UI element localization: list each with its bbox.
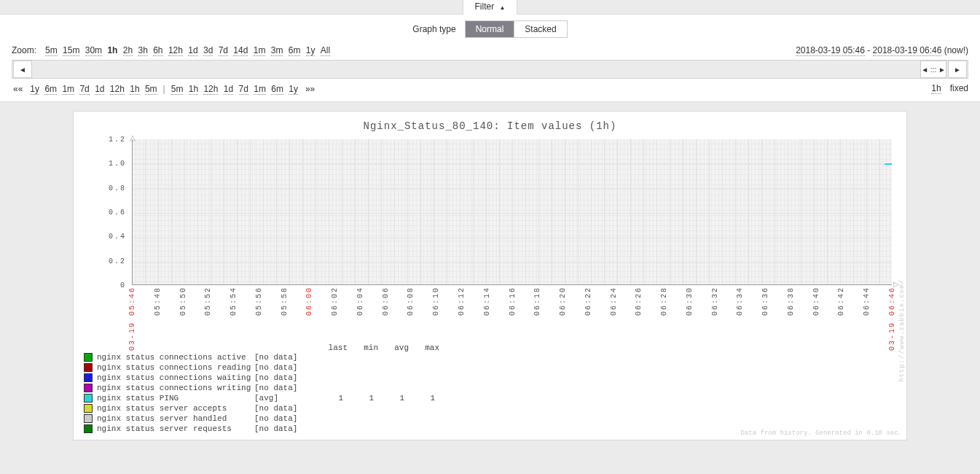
- x-tick: 06:08: [407, 287, 415, 316]
- shift-fwd-1y[interactable]: 1y: [289, 84, 298, 95]
- zoom-1d[interactable]: 1d: [188, 45, 197, 56]
- x-axis: 03-19 05:4605:4805:5005:5205:5405:5605:5…: [132, 287, 892, 330]
- legend-name: nginx status connections reading: [97, 362, 254, 373]
- time-to[interactable]: 2018-03-19 06:46: [873, 45, 942, 56]
- zoom-3d[interactable]: 3d: [203, 45, 213, 56]
- nav-next-button[interactable]: ►: [948, 61, 967, 78]
- shift-back-1d[interactable]: 1d: [95, 84, 104, 95]
- legend-name: nginx status server accepts: [97, 403, 254, 413]
- graph-type-normal[interactable]: Normal: [466, 21, 514, 37]
- zoom-3m[interactable]: 3m: [271, 45, 283, 56]
- shift-back-12h[interactable]: 12h: [110, 84, 125, 95]
- fixed-label: fixed: [950, 83, 968, 94]
- graph-type-label: Graph type: [412, 24, 455, 34]
- time-now: (now!): [944, 45, 968, 55]
- legend-row: nginx status connections writing[no data…: [84, 383, 899, 393]
- zoom-2h[interactable]: 2h: [123, 45, 133, 56]
- zoom-1y[interactable]: 1y: [306, 45, 315, 56]
- zoom-3h[interactable]: 3h: [138, 45, 147, 56]
- legend: last min avg max nginx status connection…: [84, 343, 899, 434]
- legend-swatch: [84, 384, 93, 392]
- shift-back-1m[interactable]: 1m: [62, 84, 74, 95]
- x-tick: 05:56: [254, 287, 262, 316]
- legend-row: nginx status server accepts[no data]: [84, 403, 899, 413]
- legend-swatch: [84, 363, 93, 372]
- y-tick: 0.8: [109, 184, 126, 192]
- x-tick: 03-19 06:46: [888, 287, 896, 351]
- legend-header: last min avg max: [259, 343, 899, 352]
- filter-tab[interactable]: Filter ▲: [463, 0, 518, 15]
- zoom-15m[interactable]: 15m: [63, 45, 79, 56]
- shift-last[interactable]: »»: [305, 84, 315, 94]
- zoom-30m[interactable]: 30m: [85, 45, 102, 56]
- y-axis: 00.20.40.60.81.01.2: [97, 139, 126, 330]
- x-tick: 06:44: [863, 287, 871, 316]
- zoom-7d[interactable]: 7d: [219, 45, 228, 56]
- shift-fwd-5m[interactable]: 5m: [171, 84, 184, 95]
- x-tick: 06:24: [609, 287, 617, 316]
- shift-back-1y[interactable]: 1y: [30, 84, 39, 95]
- legend-avg: 1: [374, 393, 404, 403]
- y-tick: 1.2: [109, 136, 126, 144]
- shift-separator: |: [163, 84, 165, 94]
- shift-fwd-6m[interactable]: 6m: [271, 84, 283, 95]
- zoom-1h[interactable]: 1h: [107, 45, 117, 55]
- fixed-range[interactable]: 1h: [931, 83, 941, 94]
- x-tick: 06:40: [812, 287, 820, 316]
- shift-fwd-12h[interactable]: 12h: [203, 84, 218, 95]
- series-ping-segment: [885, 163, 892, 165]
- legend-row: nginx status connections waiting[no data…: [84, 373, 899, 383]
- control-panel: Graph type Normal Stacked Zoom: 5m 15m 3…: [0, 15, 980, 102]
- zoom-12h[interactable]: 12h: [168, 45, 183, 56]
- graph-type-stacked[interactable]: Stacked: [514, 21, 566, 37]
- zoom-6m[interactable]: 6m: [289, 45, 301, 56]
- time-from[interactable]: 2018-03-19 05:46: [796, 45, 865, 56]
- zoom-options: Zoom: 5m 15m 30m 1h 2h 3h 6h 12h 1d 3d 7…: [12, 45, 332, 55]
- x-tick: 06:18: [533, 287, 541, 316]
- graph-card: Nginx_Status_80_140: Item values (1h) 00…: [73, 111, 907, 440]
- shift-back-6m[interactable]: 6m: [44, 84, 57, 95]
- x-tick: 06:32: [710, 287, 718, 316]
- shift-fwd-1d[interactable]: 1d: [224, 84, 233, 95]
- chart-title: Nginx_Status_80_140: Item values (1h): [81, 120, 899, 132]
- x-tick: 05:50: [179, 287, 187, 316]
- legend-swatch: [84, 394, 93, 403]
- nav-select-button[interactable]: ◄ ::: ►: [920, 61, 946, 78]
- legend-name: nginx status server handled: [97, 413, 254, 424]
- zoom-5m[interactable]: 5m: [45, 45, 58, 56]
- legend-agg: [no data]: [254, 373, 313, 383]
- shift-first[interactable]: ««: [13, 84, 23, 94]
- legend-row: nginx status server handled[no data]: [84, 413, 899, 424]
- x-tick: 06:34: [736, 287, 744, 316]
- legend-swatch: [84, 414, 93, 423]
- shift-fwd-7d[interactable]: 7d: [239, 84, 248, 95]
- axis-arrow-up-icon: △: [130, 133, 136, 141]
- y-tick: 0.6: [109, 209, 126, 217]
- shift-back-7d[interactable]: 7d: [79, 84, 89, 95]
- x-tick: 06:38: [786, 287, 794, 316]
- legend-agg: [no data]: [254, 352, 313, 362]
- shift-back-1h[interactable]: 1h: [130, 84, 139, 95]
- watermark: http://www.zabbix.com/: [898, 279, 906, 382]
- legend-name: nginx status PING: [97, 393, 254, 403]
- legend-swatch: [84, 373, 93, 382]
- y-tick: 0.2: [109, 257, 126, 265]
- legend-name: nginx status connections writing: [97, 383, 254, 393]
- time-nav-bar: ◄ ◄ ::: ► ►: [12, 60, 968, 79]
- zoom-1m[interactable]: 1m: [254, 45, 266, 56]
- legend-col-max: max: [409, 343, 439, 352]
- nav-prev-button[interactable]: ◄: [13, 61, 32, 78]
- legend-swatch: [84, 353, 93, 362]
- shift-fwd-1m[interactable]: 1m: [254, 84, 266, 95]
- x-tick: 06:02: [331, 287, 339, 316]
- shift-fwd-1h[interactable]: 1h: [189, 84, 198, 95]
- x-tick: 05:48: [153, 287, 161, 316]
- legend-agg: [no data]: [254, 403, 313, 413]
- legend-col-last: last: [317, 343, 348, 352]
- x-tick: 06:10: [432, 287, 440, 316]
- zoom-6h[interactable]: 6h: [153, 45, 162, 56]
- shift-back-5m[interactable]: 5m: [145, 84, 157, 95]
- x-tick: 06:30: [685, 287, 693, 316]
- zoom-14d[interactable]: 14d: [233, 45, 248, 56]
- zoom-All[interactable]: All: [321, 45, 330, 56]
